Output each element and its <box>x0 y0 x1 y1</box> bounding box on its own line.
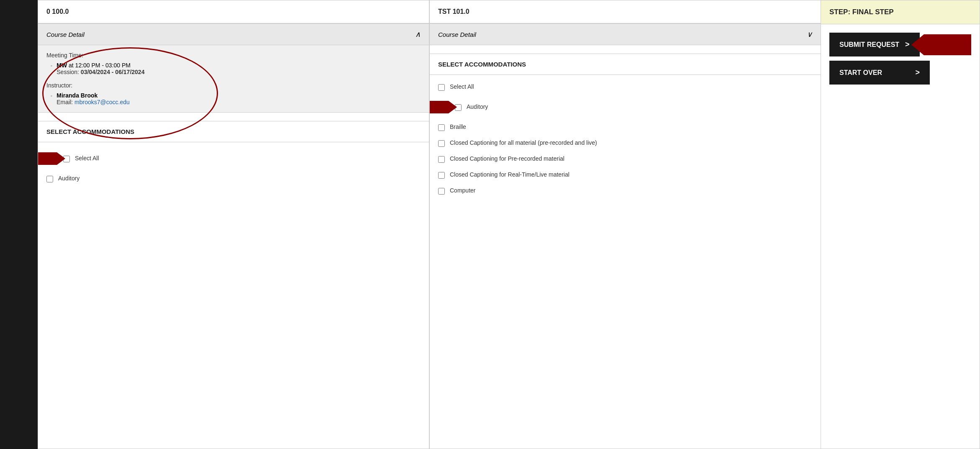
accommodation-list-1: Select All Auditory <box>38 142 429 191</box>
session-dates-1: 03/04/2024 - 06/17/2024 <box>81 69 145 75</box>
accommodation-list-2: Select All Auditory Braille Closed Capti… <box>430 75 821 203</box>
step-label: STEP: FINAL STEP <box>821 0 980 24</box>
checkbox-computer-2[interactable] <box>438 188 445 195</box>
course-detail-toggle-2[interactable]: Course Detail ∨ <box>430 24 821 45</box>
bullet-icon-1: ◦ <box>51 63 52 69</box>
submit-chevron-icon: > <box>905 40 910 49</box>
submit-row: SUBMIT REQUEST > <box>829 33 971 56</box>
left-sidebar <box>0 0 38 449</box>
accommodation-braille-2[interactable]: Braille <box>430 119 821 135</box>
select-accommodations-header-1: SELECT ACCOMMODATIONS <box>38 121 429 142</box>
panel-course-2: TST 101.0 Course Detail ∨ SELECT ACCOMMO… <box>429 0 821 449</box>
chevron-down-icon-2: ∨ <box>807 30 812 39</box>
checkbox-auditory-1[interactable] <box>46 176 53 182</box>
accommodation-closed-captioning-live-2[interactable]: Closed Captioning for Real-Time/Live mat… <box>430 167 821 183</box>
course-detail-label-1: Course Detail <box>46 31 85 38</box>
meeting-days-1: MW <box>56 62 67 69</box>
accommodation-closed-captioning-all-2[interactable]: Closed Captioning for all material (pre-… <box>430 135 821 151</box>
submit-request-button[interactable]: SUBMIT REQUEST > <box>829 33 920 56</box>
accommodation-select-all-1[interactable]: Select All <box>63 151 108 167</box>
main-content: 0 100.0 Course Detail ∧ Meeting Time: ◦ … <box>38 0 980 449</box>
instructor-email-link-1[interactable]: mbrooks7@cocc.edu <box>74 99 130 105</box>
checkbox-cc-live-2[interactable] <box>438 172 445 179</box>
start-over-label: START OVER <box>839 69 882 77</box>
auditory-label-1: Auditory <box>58 175 80 182</box>
step-buttons: SUBMIT REQUEST > START OVER > <box>821 24 980 93</box>
instructor-item-1: ◦ Miranda Brook Email: mbrooks7@cocc.edu <box>51 92 421 105</box>
session-text-1: Session: 03/04/2024 - 06/17/2024 <box>56 69 144 75</box>
course-detail-toggle-1[interactable]: Course Detail ∧ <box>38 24 429 45</box>
big-arrow-submit-icon <box>924 34 971 55</box>
checkbox-braille-2[interactable] <box>438 124 445 131</box>
braille-label-2: Braille <box>450 123 466 130</box>
checkbox-select-all-2[interactable] <box>438 84 445 91</box>
accommodation-closed-captioning-prerecorded-2[interactable]: Closed Captioning for Pre-recorded mater… <box>430 151 821 167</box>
arrow-to-auditory-icon <box>430 101 449 113</box>
course-detail-content-1: Meeting Time: ◦ MW at 12:00 PM - 03:00 P… <box>38 45 429 113</box>
select-all-label-1: Select All <box>75 155 99 162</box>
cc-live-label-2: Closed Captioning for Real-Time/Live mat… <box>450 171 570 178</box>
instructor-name-1: Miranda Brook <box>56 92 130 99</box>
auditory-label-2: Auditory <box>467 103 488 110</box>
accommodation-select-all-2[interactable]: Select All <box>430 79 821 95</box>
accommodation-computer-2[interactable]: Computer <box>430 183 821 199</box>
meeting-time-item-1: ◦ MW at 12:00 PM - 03:00 PM Session: 03/… <box>51 62 421 75</box>
panel2-arrow-row: Auditory <box>430 95 821 119</box>
instructor-label-1: Instructor: <box>46 82 421 89</box>
panel1-arrow-row: Select All <box>38 146 429 171</box>
checkbox-cc-prerecorded-2[interactable] <box>438 156 445 163</box>
select-accommodations-header-2: SELECT ACCOMMODATIONS <box>430 54 821 75</box>
session-label-1: Session: <box>56 69 81 75</box>
select-all-label-2: Select All <box>450 83 474 90</box>
course-detail-label-2: Course Detail <box>438 31 476 38</box>
cc-all-label-2: Closed Captioning for all material (pre-… <box>450 139 597 146</box>
checkbox-cc-all-2[interactable] <box>438 140 445 147</box>
submit-request-label: SUBMIT REQUEST <box>839 41 899 49</box>
panel1-header: 0 100.0 <box>38 0 429 23</box>
chevron-up-icon-1: ∧ <box>415 30 421 39</box>
arrow-to-select-all-icon <box>38 152 57 165</box>
accommodation-auditory-1[interactable]: Auditory <box>38 171 429 187</box>
start-over-button[interactable]: START OVER > <box>829 61 930 85</box>
start-over-chevron-icon: > <box>915 68 920 77</box>
panel-course-1: 0 100.0 Course Detail ∧ Meeting Time: ◦ … <box>38 0 429 449</box>
spacer-2 <box>430 45 821 54</box>
computer-label-2: Computer <box>450 187 475 194</box>
bullet-icon-2: ◦ <box>51 93 52 99</box>
panel2-header: TST 101.0 <box>430 0 821 23</box>
right-panel: STEP: FINAL STEP SUBMIT REQUEST > START … <box>821 0 980 449</box>
cc-prerecorded-label-2: Closed Captioning for Pre-recorded mater… <box>450 155 564 162</box>
meeting-days-time-1: MW at 12:00 PM - 03:00 PM <box>56 62 144 69</box>
meeting-time-1: at 12:00 PM - 03:00 PM <box>69 62 131 69</box>
accommodation-auditory-2[interactable]: Auditory <box>455 99 496 115</box>
instructor-email-1: Email: mbrooks7@cocc.edu <box>56 99 130 105</box>
meeting-time-label-1: Meeting Time: <box>46 52 421 59</box>
